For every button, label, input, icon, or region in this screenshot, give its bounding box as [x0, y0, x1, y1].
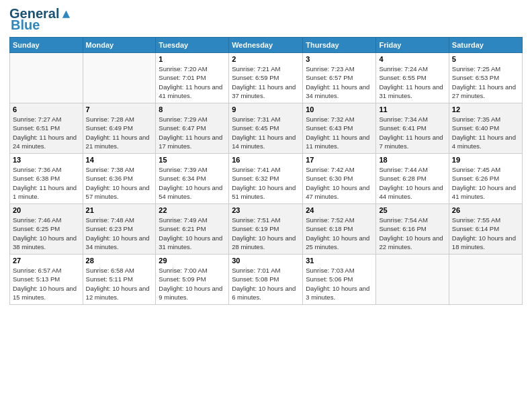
day-info: Sunrise: 7:44 AMSunset: 6:28 PMDaylight:…	[379, 165, 445, 201]
day-number: 23	[232, 206, 300, 214]
calendar-body: 1Sunrise: 7:20 AMSunset: 7:01 PMDaylight…	[10, 53, 523, 305]
day-info: Sunrise: 7:41 AMSunset: 6:32 PMDaylight:…	[232, 165, 300, 201]
table-row: 31Sunrise: 7:03 AMSunset: 5:06 PMDayligh…	[303, 255, 376, 305]
day-number: 2	[232, 55, 300, 63]
day-info: Sunrise: 7:35 AMSunset: 6:40 PMDaylight:…	[452, 115, 519, 150]
col-monday: Monday	[83, 38, 156, 53]
day-info: Sunrise: 7:24 AMSunset: 6:55 PMDaylight:…	[379, 64, 445, 100]
day-info: Sunrise: 7:34 AMSunset: 6:41 PMDaylight:…	[379, 115, 445, 150]
day-info: Sunrise: 7:31 AMSunset: 6:45 PMDaylight:…	[232, 115, 300, 150]
day-info: Sunrise: 6:58 AMSunset: 5:11 PMDaylight:…	[86, 266, 153, 302]
table-row: 30Sunrise: 7:01 AMSunset: 5:08 PMDayligh…	[229, 255, 303, 305]
day-number: 24	[306, 206, 373, 214]
day-info: Sunrise: 7:49 AMSunset: 6:21 PMDaylight:…	[159, 216, 226, 251]
table-row: 29Sunrise: 7:00 AMSunset: 5:09 PMDayligh…	[156, 255, 229, 305]
table-row: 22Sunrise: 7:49 AMSunset: 6:21 PMDayligh…	[156, 204, 229, 255]
day-number: 22	[159, 206, 226, 214]
day-number: 6	[13, 105, 80, 113]
calendar-header: Sunday Monday Tuesday Wednesday Thursday…	[10, 38, 523, 53]
table-row: 27Sunrise: 6:57 AMSunset: 5:13 PMDayligh…	[10, 255, 83, 305]
col-thursday: Thursday	[303, 38, 376, 53]
table-row: 12Sunrise: 7:35 AMSunset: 6:40 PMDayligh…	[449, 103, 522, 154]
day-number: 14	[86, 156, 153, 164]
day-info: Sunrise: 7:32 AMSunset: 6:43 PMDaylight:…	[306, 115, 373, 150]
day-number: 29	[159, 257, 226, 265]
table-row: 24Sunrise: 7:52 AMSunset: 6:18 PMDayligh…	[303, 204, 376, 255]
empty-cell	[10, 53, 83, 103]
calendar-week-row: 27Sunrise: 6:57 AMSunset: 5:13 PMDayligh…	[10, 255, 523, 305]
day-info: Sunrise: 7:25 AMSunset: 6:53 PMDaylight:…	[452, 64, 519, 100]
table-row: 13Sunrise: 7:36 AMSunset: 6:38 PMDayligh…	[10, 154, 83, 204]
day-number: 16	[232, 156, 300, 164]
day-info: Sunrise: 7:42 AMSunset: 6:30 PMDaylight:…	[306, 165, 373, 201]
day-info: Sunrise: 7:48 AMSunset: 6:23 PMDaylight:…	[86, 216, 153, 251]
calendar-table: Sunday Monday Tuesday Wednesday Thursday…	[9, 37, 523, 305]
day-info: Sunrise: 7:00 AMSunset: 5:09 PMDaylight:…	[159, 266, 226, 302]
day-info: Sunrise: 7:52 AMSunset: 6:18 PMDaylight:…	[306, 216, 373, 251]
table-row: 11Sunrise: 7:34 AMSunset: 6:41 PMDayligh…	[376, 103, 449, 154]
table-row: 23Sunrise: 7:51 AMSunset: 6:19 PMDayligh…	[229, 204, 303, 255]
table-row: 15Sunrise: 7:39 AMSunset: 6:34 PMDayligh…	[156, 154, 229, 204]
table-row: 25Sunrise: 7:54 AMSunset: 6:16 PMDayligh…	[376, 204, 449, 255]
day-number: 19	[452, 156, 519, 164]
day-info: Sunrise: 6:57 AMSunset: 5:13 PMDaylight:…	[13, 266, 80, 302]
table-row: 1Sunrise: 7:20 AMSunset: 7:01 PMDaylight…	[156, 53, 229, 103]
weekday-row: Sunday Monday Tuesday Wednesday Thursday…	[10, 38, 523, 53]
day-number: 3	[306, 55, 373, 63]
day-number: 13	[13, 156, 80, 164]
day-number: 18	[379, 156, 445, 164]
calendar-week-row: 6Sunrise: 7:27 AMSunset: 6:51 PMDaylight…	[10, 103, 523, 154]
page: General ▴ Blue Sunday Monday Tuesday Wed…	[0, 0, 532, 411]
table-row: 18Sunrise: 7:44 AMSunset: 6:28 PMDayligh…	[376, 154, 449, 204]
day-number: 25	[379, 206, 445, 214]
day-number: 9	[232, 105, 300, 113]
table-row: 14Sunrise: 7:38 AMSunset: 6:36 PMDayligh…	[83, 154, 156, 204]
col-sunday: Sunday	[10, 38, 83, 53]
day-info: Sunrise: 7:01 AMSunset: 5:08 PMDaylight:…	[232, 266, 300, 302]
day-info: Sunrise: 7:38 AMSunset: 6:36 PMDaylight:…	[86, 165, 153, 201]
table-row: 8Sunrise: 7:29 AMSunset: 6:47 PMDaylight…	[156, 103, 229, 154]
day-number: 4	[379, 55, 445, 63]
calendar-week-row: 13Sunrise: 7:36 AMSunset: 6:38 PMDayligh…	[10, 154, 523, 204]
header: General ▴ Blue	[9, 7, 523, 33]
day-info: Sunrise: 7:39 AMSunset: 6:34 PMDaylight:…	[159, 165, 226, 201]
table-row: 19Sunrise: 7:45 AMSunset: 6:26 PMDayligh…	[449, 154, 522, 204]
col-tuesday: Tuesday	[156, 38, 229, 53]
day-info: Sunrise: 7:55 AMSunset: 6:14 PMDaylight:…	[452, 216, 519, 251]
day-info: Sunrise: 7:03 AMSunset: 5:06 PMDaylight:…	[306, 266, 373, 302]
day-number: 26	[452, 206, 519, 214]
table-row: 10Sunrise: 7:32 AMSunset: 6:43 PMDayligh…	[303, 103, 376, 154]
calendar-week-row: 20Sunrise: 7:46 AMSunset: 6:25 PMDayligh…	[10, 204, 523, 255]
col-wednesday: Wednesday	[229, 38, 303, 53]
day-number: 20	[13, 206, 80, 214]
col-saturday: Saturday	[449, 38, 522, 53]
day-number: 8	[159, 105, 226, 113]
day-info: Sunrise: 7:51 AMSunset: 6:19 PMDaylight:…	[232, 216, 300, 251]
day-number: 11	[379, 105, 445, 113]
day-info: Sunrise: 7:23 AMSunset: 6:57 PMDaylight:…	[306, 64, 373, 100]
day-info: Sunrise: 7:29 AMSunset: 6:47 PMDaylight:…	[159, 115, 226, 150]
table-row: 5Sunrise: 7:25 AMSunset: 6:53 PMDaylight…	[449, 53, 522, 103]
calendar-week-row: 1Sunrise: 7:20 AMSunset: 7:01 PMDaylight…	[10, 53, 523, 103]
day-number: 10	[306, 105, 373, 113]
day-info: Sunrise: 7:36 AMSunset: 6:38 PMDaylight:…	[13, 165, 80, 201]
day-info: Sunrise: 7:21 AMSunset: 6:59 PMDaylight:…	[232, 64, 300, 100]
day-info: Sunrise: 7:28 AMSunset: 6:49 PMDaylight:…	[86, 115, 153, 150]
day-number: 5	[452, 55, 519, 63]
day-number: 7	[86, 105, 153, 113]
table-row: 21Sunrise: 7:48 AMSunset: 6:23 PMDayligh…	[83, 204, 156, 255]
table-row: 3Sunrise: 7:23 AMSunset: 6:57 PMDaylight…	[303, 53, 376, 103]
empty-cell	[449, 255, 522, 305]
day-info: Sunrise: 7:54 AMSunset: 6:16 PMDaylight:…	[379, 216, 445, 251]
table-row: 4Sunrise: 7:24 AMSunset: 6:55 PMDaylight…	[376, 53, 449, 103]
day-info: Sunrise: 7:45 AMSunset: 6:26 PMDaylight:…	[452, 165, 519, 201]
logo-blue: Blue	[11, 17, 40, 33]
day-number: 28	[86, 257, 153, 265]
day-number: 1	[159, 55, 226, 63]
day-number: 15	[159, 156, 226, 164]
table-row: 26Sunrise: 7:55 AMSunset: 6:14 PMDayligh…	[449, 204, 522, 255]
logo-bird-icon: ▴	[62, 6, 69, 21]
day-number: 21	[86, 206, 153, 214]
day-number: 17	[306, 156, 373, 164]
day-info: Sunrise: 7:46 AMSunset: 6:25 PMDaylight:…	[13, 216, 80, 251]
